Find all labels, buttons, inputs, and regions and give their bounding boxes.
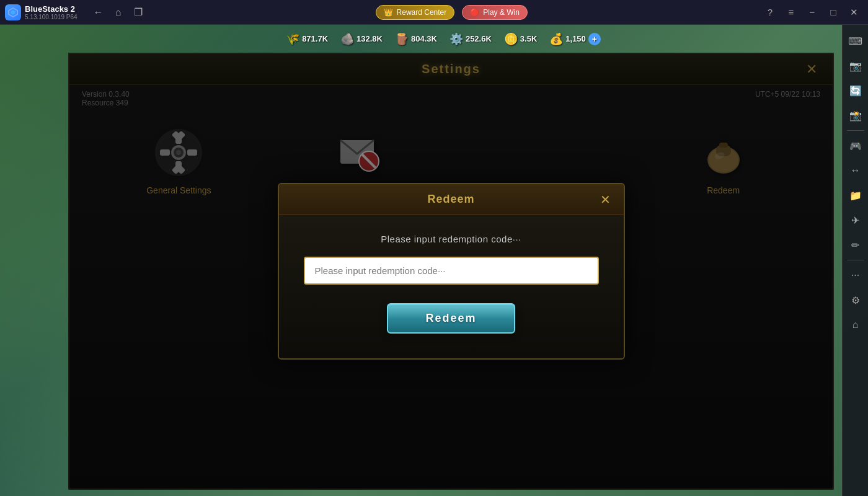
redemption-code-input[interactable]	[304, 257, 599, 285]
resources-bar: 🌾 871.7K 🪨 132.8K 🪵 804.3K ⚙️ 252.6K 🪙 3…	[56, 25, 831, 53]
sidebar-rotate-icon[interactable]: 🔄	[844, 79, 867, 102]
redeem-modal: Redeem ✕ Please input redemption code···…	[278, 183, 625, 360]
redeem-submit-button[interactable]: Redeem	[387, 303, 515, 334]
gold-icon: 💰	[549, 32, 563, 46]
play-win-button[interactable]: 🔴 Play & Win	[462, 5, 528, 20]
help-button[interactable]: ?	[761, 4, 779, 21]
modal-title: Redeem	[427, 193, 474, 206]
modal-overlay: Redeem ✕ Please input redemption code···…	[68, 53, 834, 490]
sidebar-folder-icon[interactable]: 📁	[844, 184, 867, 206]
bluestacks-logo: BlueStacks 2 5.13.100.1019 P64	[5, 4, 78, 20]
app-name: BlueStacks 2	[25, 4, 78, 14]
sidebar-gamepad-icon[interactable]: 🎮	[844, 135, 867, 157]
sidebar-divider-2	[847, 260, 864, 260]
svg-marker-1	[11, 10, 16, 15]
wood-value: 804.3K	[411, 34, 437, 43]
crown-icon: 👑	[384, 8, 393, 17]
stone-icon: 🪨	[340, 32, 354, 46]
sidebar-home-icon[interactable]: ⌂	[844, 314, 867, 336]
wood-icon: 🪵	[395, 32, 409, 46]
play-win-label: Play & Win	[483, 8, 520, 17]
bluestacks-topbar: BlueStacks 2 5.13.100.1019 P64 ← ⌂ ❐ 👑 R…	[0, 0, 868, 25]
resource-gold: 💰 1,150 +	[549, 32, 601, 46]
topbar-right-icons: ? ≡ − □ ✕	[761, 4, 863, 21]
close-button[interactable]: ✕	[846, 4, 863, 21]
modal-close-button[interactable]: ✕	[596, 190, 615, 209]
copy-button[interactable]: ❐	[130, 4, 147, 21]
home-button[interactable]: ⌂	[110, 4, 127, 21]
stone-value: 132.8K	[356, 34, 383, 43]
modal-hint: Please input redemption code···	[304, 234, 599, 244]
sidebar-divider-1	[847, 130, 864, 131]
top-center-actions: 👑 Reward Center 🔴 Play & Win	[376, 5, 528, 20]
sidebar-airplane-icon[interactable]: ✈	[844, 209, 867, 231]
resource-grain: 🌾 871.7K	[286, 32, 328, 46]
sidebar-more-icon[interactable]: ···	[844, 264, 867, 286]
iron-icon: ⚙️	[450, 32, 463, 46]
minimize-button[interactable]: −	[804, 4, 821, 21]
resource-wood: 🪵 804.3K	[395, 32, 437, 46]
sidebar-camera-icon[interactable]: 📸	[844, 104, 867, 126]
redeem-btn-label: Redeem	[425, 312, 476, 324]
modal-body: Please input redemption code··· Redeem	[279, 215, 624, 358]
nav-buttons: ← ⌂ ❐	[90, 4, 147, 21]
right-sidebar: ⌨ 📷 🔄 📸 🎮 ↔ 📁 ✈ ✏ ··· ⚙ ⌂	[842, 25, 868, 496]
resource-stone: 🪨 132.8K	[340, 32, 383, 46]
restore-button[interactable]: □	[825, 4, 842, 21]
gold-value: 1,150	[565, 34, 586, 43]
sidebar-keyboard-icon[interactable]: ⌨	[844, 30, 867, 52]
reward-center-label: Reward Center	[397, 8, 447, 17]
coins-value: 3.5K	[520, 34, 537, 43]
back-button[interactable]: ←	[90, 4, 107, 21]
grain-icon: 🌾	[286, 32, 299, 46]
modal-header: Redeem ✕	[279, 184, 624, 215]
grain-value: 871.7K	[302, 34, 328, 43]
app-version: 5.13.100.1019 P64	[25, 14, 78, 20]
resource-iron: ⚙️ 252.6K	[450, 32, 492, 46]
resource-coins: 🪙 3.5K	[504, 32, 537, 46]
sidebar-edit-icon[interactable]: ✏	[844, 234, 867, 256]
fire-icon: 🔴	[470, 8, 479, 17]
menu-button[interactable]: ≡	[782, 4, 800, 21]
reward-center-button[interactable]: 👑 Reward Center	[376, 5, 455, 20]
iron-value: 252.6K	[466, 34, 492, 43]
sidebar-screenshot-icon[interactable]: 📷	[844, 55, 867, 77]
sidebar-settings-icon[interactable]: ⚙	[844, 289, 867, 311]
coins-icon: 🪙	[504, 32, 518, 46]
add-gold-button[interactable]: +	[588, 33, 601, 45]
sidebar-resize-icon[interactable]: ↔	[844, 159, 867, 182]
bs-logo-icon	[5, 4, 21, 20]
modal-actions: Redeem	[304, 303, 599, 340]
